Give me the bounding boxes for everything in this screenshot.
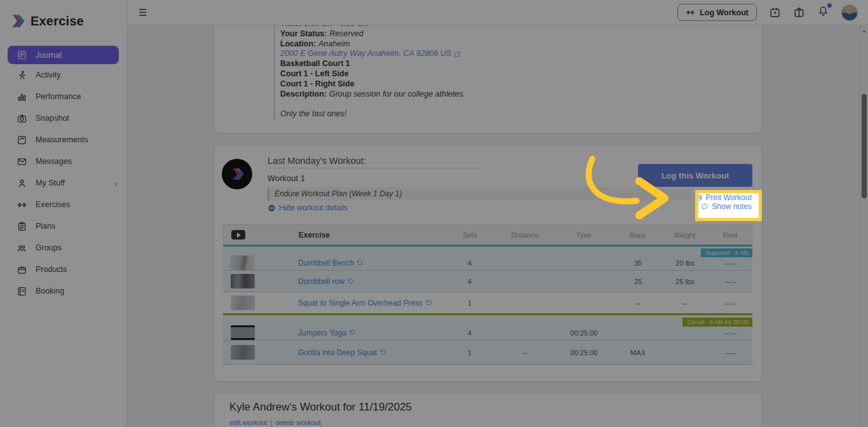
workout-card-title: Last Monday's Workout: [268,156,366,166]
sidebar-item-label: Measurements [36,135,88,144]
calendar-icon[interactable] [769,6,781,18]
sidebar-item-label: My Stuff [36,179,65,187]
exercise-link[interactable]: Dumbbell row [298,277,344,286]
hamburger-menu-icon[interactable]: ☰ [139,7,147,18]
show-notes-link[interactable]: Show notes [695,202,752,211]
activity-icon [17,70,27,81]
workout-name: Workout 1 [268,173,305,183]
speech-bubble-icon [701,203,709,210]
link-separator: | [270,419,272,426]
status-line: Your Status:Reserved [280,29,744,39]
brand: Exercise [0,0,126,41]
history-icon[interactable] [349,329,356,336]
sidebar-item-measurements[interactable]: Measurements [0,129,126,151]
log-this-workout-button[interactable]: Log this Workout [638,164,752,187]
exercise-link[interactable]: Gorilla into Deep Squat [298,348,377,357]
sidebar-item-label: Journal [36,51,62,60]
log-workout-button[interactable]: Log Workout [677,4,757,21]
column-header-sets: Sets [442,231,497,239]
sidebar-item-label: Snapshot [36,114,69,123]
sidebar-nav: Journal Activity Performance Snapshot Me… [0,46,126,302]
column-header-exercise: Exercise [268,231,442,240]
chevron-right-icon: › [114,179,118,188]
next-workout-actions: edit workout|delete workout [229,419,321,426]
brand-mark-icon [229,166,245,182]
column-header-weight: Weight [660,231,709,239]
minus-circle-icon [268,204,276,212]
messages-icon [17,156,27,167]
sidebar-item-exercises[interactable]: Exercises [0,194,126,215]
history-icon[interactable] [379,349,386,356]
sidebar-item-label: Activity [36,71,61,79]
edit-workout-link[interactable]: edit workout [229,419,267,426]
next-workout-card: Kyle Andrew's Workout for 11/19/2025 edi… [214,393,763,427]
journal-icon [17,50,27,60]
history-icon[interactable] [425,299,432,306]
sidebar-item-label: Performance [36,92,81,101]
brand-logo-icon [9,13,25,29]
groups-icon [17,243,27,254]
facility-line: Court 1 - Right Side [280,79,744,90]
measurements-icon [17,135,27,146]
topbar: ☰ Log Workout [127,0,868,25]
location-line: Location:Anaheim [280,39,744,50]
exercise-link[interactable]: Dumbbell Bench [298,259,354,268]
description-line: Description:Group session for our colleg… [280,90,744,100]
topbar-actions: Log Workout [677,4,868,21]
address-link[interactable]: 2000 E Gene Autry Way Anaheim, CA 92806 … [280,49,461,59]
history-icon[interactable] [356,259,363,266]
sidebar-item-performance[interactable]: Performance [0,86,126,107]
table-header: Exercise Sets Distance Time Reps Weight … [223,224,752,245]
delete-workout-link[interactable]: delete workout [275,419,321,426]
exercise-thumbnail[interactable] [231,255,255,270]
print-workout-link[interactable]: Print Workout [695,193,752,202]
sidebar-item-label: Plans [36,222,55,231]
printer-icon [695,194,703,201]
hide-workout-details-link[interactable]: Hide workout details [268,203,348,212]
log-workout-label: Log Workout [700,8,749,17]
exercise-link[interactable]: Jumpers Yoga [298,329,346,337]
history-icon[interactable] [347,278,354,285]
next-workout-title: Kyle Andrew's Workout for 11/19/2025 [229,401,412,414]
sidebar-item-plans[interactable]: Plans [0,215,126,237]
scrollbar-thumb[interactable] [862,94,867,198]
brand-name: Exercise [31,14,84,29]
exercise-thumbnail[interactable] [231,274,255,288]
avatar[interactable] [841,4,858,21]
sidebar-item-groups[interactable]: Groups [0,237,126,259]
superset-badge: Superset - 4 rds [701,248,752,257]
sidebar-item-products[interactable]: Products [0,259,126,280]
scroll-up-arrow-icon[interactable]: ▲ [860,25,868,33]
sidebar-item-journal[interactable]: Journal [8,46,119,64]
sidebar-item-booking[interactable]: Booking [0,280,126,302]
sidebar-item-snapshot[interactable]: Snapshot [0,107,126,129]
notifications[interactable] [817,5,829,20]
column-header-distance: Distance [497,231,553,239]
video-play-icon[interactable] [231,230,245,240]
sidebar-item-label: Exercises [36,200,70,209]
sidebar-item-label: Messages [36,157,72,166]
notification-dot [827,3,832,8]
divider [268,168,482,168]
exercise-table: Exercise Sets Distance Time Reps Weight … [223,224,752,365]
exercise-link[interactable]: Squat to Single Arm Overhead Press [298,299,423,308]
dumbbell-icon [686,8,695,17]
column-header-reps: Reps [615,231,661,239]
address-line: 2000 E Gene Autry Way Anaheim, CA 92806 … [280,49,744,59]
exercise-thumbnail[interactable] [231,325,255,340]
sidebar-item-my-stuff[interactable]: My Stuff › [0,172,126,194]
table-row: Squat to Single Arm Overhead Press 1 -- … [223,292,752,313]
exercise-thumbnail[interactable] [231,345,255,360]
sidebar-item-activity[interactable]: Activity [0,64,126,86]
scrollbar: ▲ [860,25,868,427]
exercise-thumbnail[interactable] [231,295,255,310]
my-stuff-icon [17,178,27,189]
workout-card: Last Monday's Workout: Workout 1 Endure … [214,145,763,382]
sidebar-item-messages[interactable]: Messages [0,151,126,172]
exercises-icon [17,200,27,210]
reservation-note: Only the fast ones! [280,109,744,119]
reservation-details: Time:5:00 am - 6:00 am Your Status:Reser… [274,19,744,119]
bag-icon[interactable] [793,6,805,18]
sidebar-item-label: Booking [36,287,64,295]
plans-icon [17,221,27,232]
